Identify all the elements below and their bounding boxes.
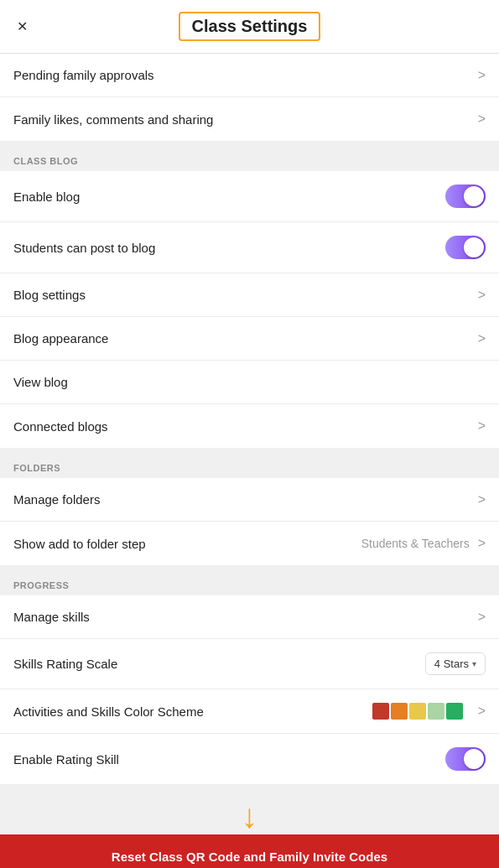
folder-sub-value: Students & Teachers xyxy=(361,537,470,550)
skills-rating-label: Skills Rating Scale xyxy=(13,657,425,671)
pending-family-label: Pending family approvals xyxy=(13,68,471,82)
modal-container: ✕ Class Settings Pending family approval… xyxy=(0,0,499,868)
manage-skills-label: Manage skills xyxy=(13,610,471,624)
toggle-knob xyxy=(464,749,484,769)
enable-blog-row: Enable blog xyxy=(0,171,499,222)
arrow-down-icon: ↓ xyxy=(242,799,258,833)
chevron-icon: > xyxy=(478,610,486,625)
bottom-buttons: Reset Class QR Code and Family Invite Co… xyxy=(0,834,499,868)
view-blog-label: View blog xyxy=(13,375,486,389)
stars-dropdown[interactable]: 4 Stars ▾ xyxy=(425,652,486,675)
class-blog-section: Enable blog Students can post to blog Bl… xyxy=(0,171,499,448)
show-add-folder-row[interactable]: Show add to folder step Students & Teach… xyxy=(0,522,499,565)
enable-rating-label: Enable Rating Skill xyxy=(13,752,445,767)
close-icon: ✕ xyxy=(17,18,28,34)
enable-rating-row: Enable Rating Skill xyxy=(0,734,499,784)
swatch-light-green xyxy=(428,703,444,720)
toggle-knob xyxy=(464,237,484,257)
reset-qr-button[interactable]: Reset Class QR Code and Family Invite Co… xyxy=(0,834,499,868)
color-scheme-row[interactable]: Activities and Skills Color Scheme > xyxy=(0,689,499,734)
view-blog-row[interactable]: View blog xyxy=(0,361,499,404)
chevron-icon: > xyxy=(478,68,486,83)
students-post-toggle[interactable] xyxy=(445,236,486,259)
page-title: Class Settings xyxy=(179,12,321,41)
students-post-row: Students can post to blog xyxy=(0,222,499,273)
enable-blog-toggle[interactable] xyxy=(445,185,486,208)
gap-1 xyxy=(0,141,499,148)
content-area: Pending family approvals > Family likes,… xyxy=(0,54,499,868)
manage-folders-row[interactable]: Manage folders > xyxy=(0,478,499,522)
pending-family-row[interactable]: Pending family approvals > xyxy=(0,54,499,97)
progress-section: Manage skills > Skills Rating Scale 4 St… xyxy=(0,595,499,784)
chevron-icon: > xyxy=(478,704,486,719)
progress-section-label: PROGRESS xyxy=(0,572,499,595)
blog-appearance-label: Blog appearance xyxy=(13,331,471,346)
swatch-red xyxy=(372,703,389,720)
manage-skills-row[interactable]: Manage skills > xyxy=(0,595,499,639)
arrow-container: ↓ xyxy=(0,791,499,834)
chevron-icon: > xyxy=(478,331,486,346)
stars-value: 4 Stars xyxy=(434,657,469,670)
swatch-orange xyxy=(391,703,408,720)
blog-settings-row[interactable]: Blog settings > xyxy=(0,273,499,317)
color-swatches xyxy=(372,703,463,720)
color-scheme-controls: > xyxy=(372,703,486,720)
header: ✕ Class Settings xyxy=(0,0,499,54)
folders-section-label: FOLDERS xyxy=(0,455,499,478)
gap-2 xyxy=(0,448,499,455)
enable-rating-toggle[interactable] xyxy=(445,747,486,771)
toggle-knob xyxy=(464,186,484,206)
family-likes-label: Family likes, comments and sharing xyxy=(13,112,471,127)
close-button[interactable]: ✕ xyxy=(12,17,32,37)
enable-blog-label: Enable blog xyxy=(13,190,445,204)
family-section: Pending family approvals > Family likes,… xyxy=(0,54,499,141)
swatch-yellow xyxy=(409,703,426,720)
connected-blogs-row[interactable]: Connected blogs > xyxy=(0,404,499,448)
folders-section: Manage folders > Show add to folder step… xyxy=(0,478,499,565)
color-scheme-label: Activities and Skills Color Scheme xyxy=(13,704,372,719)
students-post-label: Students can post to blog xyxy=(13,241,445,255)
skills-rating-row: Skills Rating Scale 4 Stars ▾ xyxy=(0,639,499,689)
chevron-icon: > xyxy=(478,288,486,303)
chevron-icon: > xyxy=(478,418,486,434)
swatch-green xyxy=(446,703,463,720)
chevron-icon: > xyxy=(478,492,486,507)
show-add-folder-label: Show add to folder step xyxy=(13,537,361,551)
dropdown-caret-icon: ▾ xyxy=(472,659,476,668)
gap-3 xyxy=(0,565,499,572)
connected-blogs-label: Connected blogs xyxy=(13,419,471,434)
gap-4 xyxy=(0,784,499,791)
blog-appearance-row[interactable]: Blog appearance > xyxy=(0,317,499,361)
manage-folders-label: Manage folders xyxy=(13,492,471,507)
family-likes-row[interactable]: Family likes, comments and sharing > xyxy=(0,97,499,141)
class-blog-section-label: CLASS BLOG xyxy=(0,148,499,171)
blog-settings-label: Blog settings xyxy=(13,288,471,302)
chevron-icon: > xyxy=(478,536,486,551)
chevron-icon: > xyxy=(478,112,486,127)
